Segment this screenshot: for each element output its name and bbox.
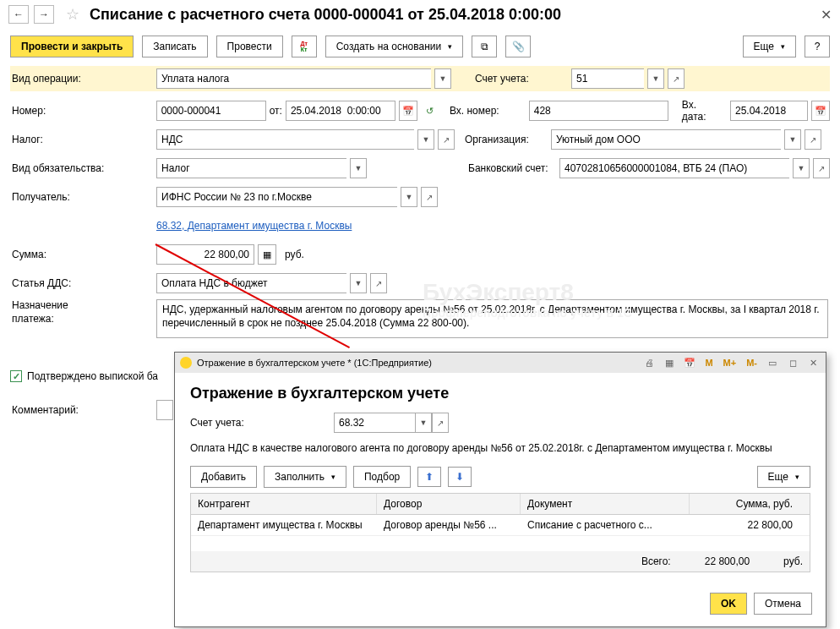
help-button[interactable]: ? [805, 36, 830, 57]
account-select[interactable] [571, 68, 644, 89]
nav-fwd-button[interactable]: → [34, 5, 54, 24]
number-label: Номер: [10, 105, 150, 117]
m-minus-button[interactable]: M- [744, 358, 760, 368]
in-date-input[interactable] [730, 101, 808, 121]
ok-button[interactable]: OK [710, 593, 747, 615]
total-rub: руб. [783, 555, 803, 567]
open-icon[interactable]: ↗ [813, 158, 830, 178]
dropdown-icon[interactable]: ▼ [647, 68, 664, 89]
org-select[interactable] [551, 129, 781, 150]
total-label: Всего: [641, 555, 671, 567]
star-icon[interactable]: ☆ [66, 5, 79, 24]
more-button[interactable]: Еще [743, 36, 796, 57]
dropdown-icon[interactable]: ▼ [434, 68, 451, 89]
payee-label: Получатель: [10, 191, 150, 203]
th-contragent[interactable]: Контрагент [191, 494, 377, 514]
dropdown-icon[interactable]: ▼ [793, 158, 810, 178]
calendar-icon[interactable]: 📅 [399, 101, 417, 121]
total-value: 22 800,00 [705, 555, 750, 567]
move-down-button[interactable]: ⬇ [448, 467, 472, 487]
bank-label: Банковский счет: [465, 162, 553, 174]
structure-button[interactable]: ⧉ [472, 36, 497, 57]
in-date-label: Вх. дата: [682, 99, 723, 123]
comment-input[interactable] [156, 400, 173, 420]
purpose-label: Назначение [12, 299, 150, 313]
cancel-button[interactable]: Отмена [754, 593, 812, 615]
refresh-icon[interactable]: ↺ [421, 101, 439, 121]
popup-account-label: Счет учета: [190, 417, 325, 429]
open-icon[interactable]: ↗ [668, 68, 685, 89]
purpose-textarea[interactable]: НДС, удержанный налоговым агентом по дог… [156, 299, 828, 338]
close-icon[interactable]: ✕ [821, 7, 832, 23]
account-label: Счет учета: [472, 73, 565, 85]
popup-window-title: Отражение в бухгалтерском учете * (1С:Пр… [197, 358, 432, 368]
bank-select[interactable] [559, 158, 789, 178]
post-button[interactable]: Провести [216, 36, 283, 57]
table-row[interactable]: Департамент имущества г. Москвы Договор … [191, 515, 810, 536]
cal31-icon[interactable]: 📅 [682, 355, 697, 370]
dds-label: Статья ДДС: [10, 277, 150, 289]
liability-select[interactable] [156, 158, 346, 178]
calendar-icon[interactable]: 📅 [811, 101, 830, 121]
app-1c-icon [180, 357, 192, 369]
confirmed-label: Подтверждено выпиской ба [27, 370, 158, 382]
post-close-button[interactable]: Провести и закрыть [10, 36, 134, 57]
account-link[interactable]: 68.32, Департамент имущества г. Москвы [156, 220, 352, 232]
m-button[interactable]: M [702, 358, 715, 368]
add-button[interactable]: Добавить [190, 466, 257, 488]
popup-title: Отражение в бухгалтерском учете [190, 385, 810, 402]
pick-button[interactable]: Подбор [353, 466, 411, 488]
nav-back-button[interactable]: ← [8, 5, 29, 24]
move-up-button[interactable]: ⬆ [417, 467, 441, 487]
dropdown-icon[interactable]: ▼ [784, 129, 801, 150]
dtkt-button[interactable]: ДтКт [292, 36, 317, 57]
op-type-select[interactable] [156, 68, 431, 89]
popup-more-button[interactable]: Еще [757, 466, 810, 488]
m-plus-button[interactable]: M+ [721, 358, 739, 368]
liability-label: Вид обязательства: [10, 162, 150, 174]
date-input[interactable] [286, 101, 395, 121]
dropdown-icon[interactable]: ▼ [350, 273, 367, 293]
purpose-label2: платежа: [12, 313, 150, 326]
fill-button[interactable]: Заполнить [264, 466, 346, 488]
dropdown-icon[interactable]: ▼ [417, 129, 434, 150]
dropdown-icon[interactable]: ▼ [401, 187, 417, 207]
calculator-icon[interactable]: ▦ [258, 244, 276, 265]
popup-close-icon[interactable]: ✕ [805, 355, 821, 370]
open-icon[interactable]: ↗ [805, 129, 821, 150]
open-icon[interactable]: ↗ [370, 273, 387, 293]
dds-select[interactable] [156, 273, 346, 293]
create-based-button[interactable]: Создать на основании [325, 36, 464, 57]
accounting-table: Контрагент Договор Документ Сумма, руб. … [190, 493, 810, 572]
print-icon[interactable]: 🖨 [641, 355, 657, 370]
in-number-label: Вх. номер: [446, 105, 522, 117]
sum-label: Сумма: [10, 249, 150, 260]
th-document[interactable]: Документ [521, 494, 690, 514]
op-type-label: Вид операции: [10, 73, 150, 85]
from-label: от: [270, 105, 282, 117]
payee-select[interactable] [156, 187, 397, 207]
in-number-input[interactable] [529, 101, 668, 121]
comment-label: Комментарий: [10, 404, 150, 416]
popup-desc: Оплата НДС в качестве налогового агента … [190, 441, 810, 456]
dropdown-icon[interactable]: ▼ [350, 158, 367, 178]
th-contract[interactable]: Договор [377, 494, 521, 514]
accounting-popup: Отражение в бухгалтерском учете * (1С:Пр… [174, 352, 826, 627]
open-icon[interactable]: ↗ [432, 413, 449, 433]
rub-label: руб. [285, 249, 304, 260]
open-icon[interactable]: ↗ [421, 187, 438, 207]
open-icon[interactable]: ↗ [438, 129, 455, 150]
minimize-icon[interactable]: ▭ [765, 355, 780, 370]
sum-input[interactable] [156, 244, 254, 265]
attach-button[interactable]: 📎 [505, 36, 531, 57]
number-input[interactable] [156, 101, 266, 121]
maximize-icon[interactable]: ◻ [785, 355, 800, 370]
confirmed-checkbox[interactable]: ✓ [10, 370, 22, 382]
dropdown-icon[interactable]: ▼ [415, 413, 432, 433]
th-sum[interactable]: Сумма, руб. [690, 494, 799, 514]
popup-account-select[interactable] [334, 413, 415, 433]
tax-label: Налог: [10, 134, 150, 145]
grid-icon[interactable]: ▦ [662, 355, 677, 370]
tax-select[interactable] [156, 129, 414, 150]
write-button[interactable]: Записать [142, 36, 207, 57]
